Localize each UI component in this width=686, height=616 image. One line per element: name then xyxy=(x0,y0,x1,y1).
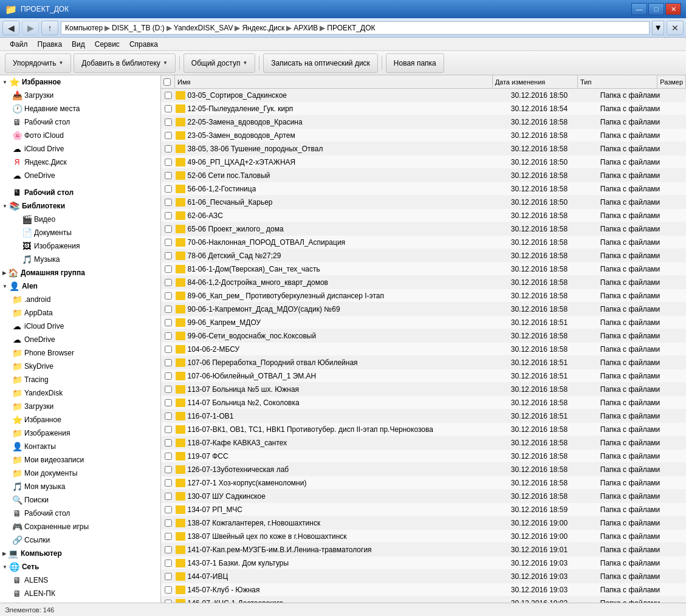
table-row[interactable]: 119-07 ФСС 30.12.2016 18:58 Папка с файл… xyxy=(161,450,686,463)
sidebar-group-favorites[interactable]: ▼ ⭐ Избранное xyxy=(0,75,160,89)
sidebar-item-saved-games[interactable]: 🎮 Сохраненные игры xyxy=(0,520,160,533)
row-checkbox[interactable] xyxy=(161,265,176,273)
row-checkbox[interactable] xyxy=(161,145,176,152)
row-checkbox[interactable] xyxy=(161,252,176,259)
table-row[interactable]: 62-06-АЗС 30.12.2016 18:58 Папка с файла… xyxy=(161,209,686,222)
table-row[interactable]: 90-06-1-Капремонт_Дсад_МДОУ(садик) №69 3… xyxy=(161,303,686,316)
menu-view[interactable]: Вид xyxy=(67,39,90,50)
forward-button[interactable]: ▶ xyxy=(22,21,39,35)
row-checkbox[interactable] xyxy=(161,466,176,473)
row-checkbox[interactable] xyxy=(161,185,176,193)
size-column-header[interactable]: Размер xyxy=(657,75,686,88)
table-row[interactable]: 138-07 Швейный цех по коже в г.Новошахти… xyxy=(161,530,686,543)
sidebar-item-docs2[interactable]: 📁 Мои документы xyxy=(0,467,160,480)
sidebar-item-recent[interactable]: 🕐 Недавние места xyxy=(0,102,160,115)
sidebar-item-downloads[interactable]: 📥 Загрузки xyxy=(0,89,160,102)
sidebar-item-downloads2[interactable]: 📁 Загрузки xyxy=(0,400,160,413)
row-checkbox[interactable] xyxy=(161,372,176,380)
table-row[interactable]: 03-05_Сортиров_Садкинское 30.12.2016 18:… xyxy=(161,89,686,102)
sidebar-alen-header[interactable]: ▼ 👤 Alen xyxy=(0,279,160,293)
row-checkbox[interactable] xyxy=(161,239,176,246)
row-checkbox[interactable] xyxy=(161,132,176,139)
sidebar-item-yandexdisk[interactable]: 📁 YandexDisk xyxy=(0,386,160,400)
minimize-button[interactable]: — xyxy=(631,3,647,15)
sidebar-item-desktop2[interactable]: 🖥 Рабочий стол xyxy=(0,507,160,520)
table-row[interactable]: 22-05-Замена_вдоводов_Красина 30.12.2016… xyxy=(161,115,686,129)
table-row[interactable]: 70-06-Наклонная_ПОРОД_ОТВАЛ_Аспирация 30… xyxy=(161,236,686,249)
organize-button[interactable]: Упорядочить ▼ xyxy=(5,53,71,73)
row-checkbox[interactable] xyxy=(161,199,176,206)
row-checkbox[interactable] xyxy=(161,386,176,393)
burn-button[interactable]: Записать на оптический диск xyxy=(263,53,378,73)
table-row[interactable]: 89-06_Кап_рем_ Противотуберкулезный дисп… xyxy=(161,289,686,303)
sidebar-item-videos2[interactable]: 📁 Мои видеозаписи xyxy=(0,453,160,467)
filelist-body[interactable]: 03-05_Сортиров_Садкинское 30.12.2016 18:… xyxy=(161,89,686,603)
add-library-button[interactable]: Добавить в библиотеку ▼ xyxy=(74,53,175,73)
row-checkbox[interactable] xyxy=(161,292,176,299)
sidebar-item-skydrive[interactable]: 📁 SkyDrive xyxy=(0,360,160,373)
table-row[interactable]: 126-07-13уботехническая лаб 30.12.2016 1… xyxy=(161,463,686,476)
row-checkbox[interactable] xyxy=(161,306,176,313)
row-checkbox[interactable] xyxy=(161,426,176,433)
table-row[interactable]: 107-06-Юбилейный_ОТВАЛ_1 ЭМ.АН 30.12.201… xyxy=(161,369,686,383)
row-checkbox[interactable] xyxy=(161,439,176,447)
table-row[interactable]: 61-06_Песчаный_Карьер 30.12.2016 18:50 П… xyxy=(161,196,686,209)
select-all-checkbox[interactable] xyxy=(163,78,171,86)
table-row[interactable]: 144-07-ИВЦ 30.12.2016 19:03 Папка с файл… xyxy=(161,570,686,583)
menu-service[interactable]: Сервис xyxy=(90,39,125,50)
sidebar-item-searches[interactable]: 🔍 Поиски xyxy=(0,493,160,507)
row-checkbox[interactable] xyxy=(161,560,176,567)
table-row[interactable]: 113-07 Больница №5 шх. Южная 30.12.2016 … xyxy=(161,383,686,396)
new-folder-button[interactable]: Новая папка xyxy=(386,53,444,73)
sidebar-desktop-header[interactable]: 🖥 Рабочий стол xyxy=(0,186,160,199)
sidebar-item-music2[interactable]: 🎵 Моя музыка xyxy=(0,480,160,493)
sidebar-item-images2[interactable]: 📁 Изображения xyxy=(0,426,160,440)
date-column-header[interactable]: Дата изменения xyxy=(493,75,578,88)
sidebar-computer-header[interactable]: ▶ 💻 Компьютер xyxy=(0,547,160,560)
sidebar-item-favorites2[interactable]: ⭐ Избранное xyxy=(0,413,160,426)
row-checkbox[interactable] xyxy=(161,332,176,340)
sidebar-item-keenetic[interactable]: 🌐 KEENETIC_DSL xyxy=(0,600,160,603)
share-button[interactable]: Общий доступ ▼ xyxy=(184,53,256,73)
sidebar-item-icloud-drive[interactable]: ☁ iCloud Drive xyxy=(0,142,160,156)
table-row[interactable]: 12-05-Пылеудаление_Гук. кирп 30.12.2016 … xyxy=(161,102,686,115)
table-row[interactable]: 127-07-1 Хоз-корпус(каменоломни) 30.12.2… xyxy=(161,476,686,490)
table-row[interactable]: 52-06 Сети пос.Таловый 30.12.2016 18:58 … xyxy=(161,169,686,182)
name-column-header[interactable]: Имя xyxy=(175,75,493,88)
table-row[interactable]: 56-06-1,2-Гостиница 30.12.2016 18:58 Пап… xyxy=(161,182,686,196)
sidebar-item-desktop[interactable]: 🖥 Рабочий стол xyxy=(0,115,160,129)
row-checkbox[interactable] xyxy=(161,279,176,286)
sidebar-item-documents[interactable]: 📄 Документы xyxy=(0,226,160,239)
table-row[interactable]: 99-06-Сети_водоснабж_пос.Коксовый 30.12.… xyxy=(161,329,686,343)
sidebar-item-onedrive[interactable]: ☁ OneDrive xyxy=(0,169,160,182)
table-row[interactable]: 81-06-1-Дом(Тверская)_Сан_тех_часть 30.1… xyxy=(161,262,686,276)
address-dropdown-button[interactable]: ▼ xyxy=(652,21,664,35)
sidebar-item-contacts[interactable]: 👤 Контакты xyxy=(0,440,160,453)
sidebar-network-header[interactable]: ▼ 🌐 Сеть xyxy=(0,560,160,573)
row-checkbox[interactable] xyxy=(161,519,176,527)
table-row[interactable]: 104-06-2-МБСУ 30.12.2016 18:58 Папка с ф… xyxy=(161,343,686,356)
table-row[interactable]: 114-07 Больница №2, Соколовка 30.12.2016… xyxy=(161,396,686,409)
menu-help[interactable]: Справка xyxy=(125,39,163,50)
back-button[interactable]: ◀ xyxy=(2,21,19,35)
row-checkbox[interactable] xyxy=(161,172,176,179)
table-row[interactable]: 78-06 Детский_Сад №27;29 30.12.2016 18:5… xyxy=(161,249,686,262)
sidebar-group-libraries[interactable]: ▼ 📚 Библиотеки xyxy=(0,199,160,213)
row-checkbox[interactable] xyxy=(161,493,176,500)
row-checkbox[interactable] xyxy=(161,586,176,594)
table-row[interactable]: 143-07-1 Базки. Дом культуры 30.12.2016 … xyxy=(161,556,686,570)
close-button[interactable]: ✕ xyxy=(665,3,681,15)
sidebar-item-links[interactable]: 🔗 Ссылки xyxy=(0,533,160,547)
sidebar-item-onedrive2[interactable]: ☁ OneDrive xyxy=(0,333,160,346)
table-row[interactable]: 116-07-ВК1, ОВ1, ТС1, НВК1 Противотубер.… xyxy=(161,423,686,436)
sidebar-item-phone-browser[interactable]: 📁 Phone Browser xyxy=(0,346,160,360)
table-row[interactable]: 38-05, 38-06 Тушение_породных_Отвал 30.1… xyxy=(161,142,686,156)
table-row[interactable]: 130-07 ШУ Садкинское 30.12.2016 18:58 Па… xyxy=(161,490,686,503)
row-checkbox[interactable] xyxy=(161,546,176,553)
row-checkbox[interactable] xyxy=(161,453,176,460)
table-row[interactable]: 49-06_РП_ЦХАД+2-хЭТАЖНАЯ 30.12.2016 18:5… xyxy=(161,156,686,169)
table-row[interactable]: 84-06-1,2-Достройка_много_кварт_домов 30… xyxy=(161,276,686,289)
sidebar-item-images[interactable]: 🖼 Изображения xyxy=(0,239,160,253)
type-column-header[interactable]: Тип xyxy=(578,75,657,88)
row-checkbox[interactable] xyxy=(161,533,176,540)
